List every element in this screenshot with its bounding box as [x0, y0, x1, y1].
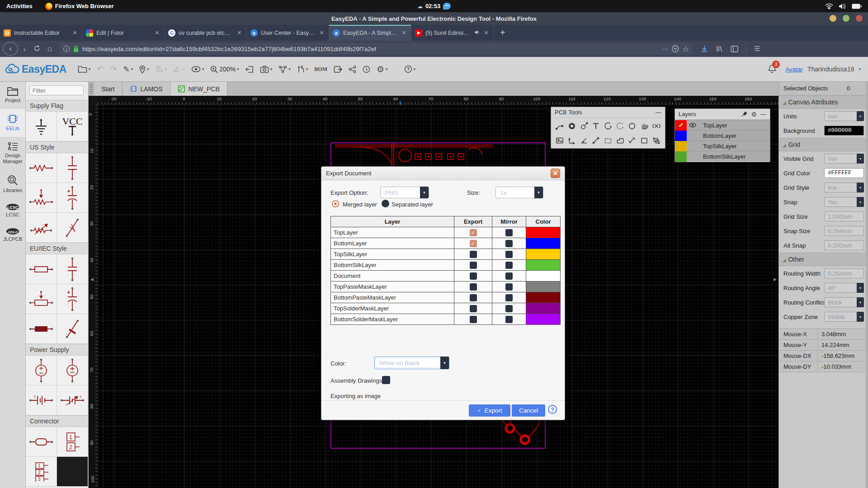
mirror-checkbox[interactable]: [505, 294, 513, 301]
layer-color-swatch[interactable]: [675, 131, 687, 141]
layer-color-swatch[interactable]: [675, 141, 687, 151]
export-checkbox[interactable]: [470, 305, 477, 312]
new-tab-button[interactable]: +: [494, 26, 512, 39]
merged-layer-radio[interactable]: [332, 200, 339, 207]
bom-button[interactable]: BOM: [311, 66, 330, 73]
layer-color-cell[interactable]: [526, 238, 561, 249]
mirror-checkbox[interactable]: [505, 316, 513, 323]
export-checkbox[interactable]: [470, 262, 477, 269]
layer-color-cell[interactable]: [526, 271, 561, 282]
attr-colorfield[interactable]: #000000: [824, 126, 864, 136]
component-diode-us[interactable]: [57, 213, 88, 243]
group-tool[interactable]: [650, 134, 662, 147]
component-battery-1[interactable]: 1: [26, 385, 57, 415]
component-pin-header-2[interactable]: 12: [57, 427, 88, 457]
attr-select[interactable]: Yes▼: [824, 154, 864, 164]
layer-color-cell[interactable]: [526, 227, 561, 238]
export-checkbox[interactable]: [470, 240, 477, 247]
circle-tool[interactable]: [626, 119, 638, 133]
mirror-checkbox[interactable]: [505, 251, 513, 258]
mirror-checkbox[interactable]: [505, 240, 513, 247]
layer-color-cell[interactable]: [526, 260, 561, 271]
component-resistor-eu[interactable]: [26, 254, 57, 284]
color-select[interactable]: White on Black ▼: [374, 357, 449, 369]
rect-tool[interactable]: [638, 134, 651, 147]
component-diode-eu[interactable]: [57, 314, 88, 344]
avatar-link[interactable]: Avatar: [785, 66, 803, 73]
browser-tab-0[interactable]: Instructable Editor✕: [0, 25, 82, 41]
layer-color-cell[interactable]: [526, 303, 561, 314]
dock-drag-handle[interactable]: [90, 84, 93, 94]
forward-button[interactable]: ›: [18, 45, 31, 53]
attr-select[interactable]: Yes▼: [824, 197, 864, 207]
layer-color-swatch[interactable]: [675, 151, 687, 162]
minimize-panel-icon[interactable]: —: [656, 109, 661, 116]
filter-input[interactable]: [29, 85, 84, 95]
component-gnd[interactable]: [26, 112, 57, 141]
download-icon[interactable]: [701, 45, 708, 52]
component-dc-source-1[interactable]: [26, 356, 57, 385]
component-capacitor-eu[interactable]: [57, 254, 88, 284]
component-partial-dark[interactable]: [57, 457, 88, 487]
lock-icon[interactable]: [73, 46, 79, 52]
tools-button[interactable]: ▾: [294, 65, 311, 73]
export-checkbox[interactable]: [470, 272, 477, 280]
placement-button[interactable]: ▾: [136, 65, 152, 74]
username[interactable]: Tharindudissa18: [807, 66, 854, 73]
layers-settings-icon[interactable]: ⚙: [751, 111, 757, 118]
component-polarized-cap-us[interactable]: [57, 183, 88, 213]
component-resistor-filled-eu[interactable]: [26, 314, 57, 344]
mirror-checkbox[interactable]: [505, 229, 513, 236]
layer-color-cell[interactable]: [526, 249, 561, 260]
view-button[interactable]: ▾: [188, 66, 208, 72]
zoom-button[interactable]: 200% ▾: [207, 66, 242, 73]
page-actions-icon[interactable]: ⋯: [662, 46, 668, 52]
layer-color-cell[interactable]: [526, 314, 561, 325]
pad-tool[interactable]: [566, 119, 578, 133]
section-other[interactable]: ◢Other: [779, 253, 868, 266]
dialog-header[interactable]: Export Document ✕: [321, 167, 565, 180]
close-window-button[interactable]: [856, 15, 863, 22]
snapshot-button[interactable]: ▾: [257, 66, 276, 73]
component-potentiometer-eu[interactable]: [26, 284, 57, 314]
library-icon[interactable]: [716, 45, 723, 52]
export-checkbox[interactable]: [470, 316, 477, 323]
attr-colorfield[interactable]: #FFFFFF: [824, 168, 864, 178]
component-polarized-cap-eu[interactable]: [57, 284, 88, 314]
layer-row-TopSilkLayer[interactable]: TopSilkLayer: [675, 141, 770, 151]
share-button[interactable]: [345, 66, 359, 73]
file-menu-button[interactable]: ▾: [75, 65, 94, 73]
layer-color-swatch[interactable]: [675, 120, 687, 131]
text-tool[interactable]: [590, 119, 602, 133]
pocket-icon[interactable]: [672, 45, 679, 52]
section-canvas-attributes[interactable]: ◢Canvas Attributes: [779, 95, 868, 109]
activities-button[interactable]: Activities: [0, 3, 39, 9]
flip-button[interactable]: ▾: [170, 66, 188, 73]
attr-select[interactable]: mm▼: [824, 111, 864, 121]
size-select[interactable]: 1x ▼: [495, 187, 543, 198]
component-potentiometer-us[interactable]: [26, 183, 57, 213]
page-info-icon[interactable]: i: [63, 46, 70, 52]
minimize-layers-icon[interactable]: —: [760, 111, 766, 117]
maximize-button[interactable]: [843, 15, 849, 22]
export-checkbox[interactable]: [470, 294, 477, 301]
browser-tab-4[interactable]: eEasyEDA - A Simple and P✕: [329, 25, 411, 41]
component-dc-source-2[interactable]: [57, 356, 88, 385]
reload-button[interactable]: [31, 45, 43, 53]
redo-button[interactable]: ↷: [107, 64, 120, 74]
tab-close-icon[interactable]: ✕: [154, 29, 160, 36]
sidebar-item-jlcpcb[interactable]: J@LCJLCPCB: [0, 223, 25, 248]
sidebar-item-libraries[interactable]: Libraries: [0, 170, 25, 199]
dialog-help-button[interactable]: ?: [548, 405, 557, 414]
mirror-checkbox[interactable]: [505, 272, 513, 280]
component-rheostat-us[interactable]: [26, 213, 57, 243]
angle-tool[interactable]: [578, 134, 590, 147]
solid-region-tool[interactable]: [602, 134, 614, 147]
sidebar-item-eelib[interactable]: EELib: [0, 109, 25, 137]
attr-select[interactable]: Block▼: [824, 297, 864, 307]
layer-row-BottomSilkLayer[interactable]: BottomSilkLayer: [675, 151, 770, 161]
attr-input[interactable]: 0.254mm: [824, 268, 864, 278]
attr-input[interactable]: 0.254mm: [824, 226, 864, 236]
attr-input[interactable]: 0.200mm: [824, 240, 864, 250]
collapse-right-icon[interactable]: ►: [773, 277, 778, 282]
